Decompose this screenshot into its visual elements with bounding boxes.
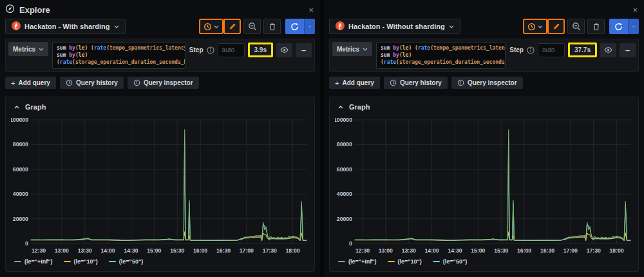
svg-text:13:30: 13:30 xyxy=(402,247,416,254)
clock-icon xyxy=(204,23,212,31)
chevron-down-icon xyxy=(363,48,368,51)
step-input[interactable] xyxy=(218,43,245,57)
add-query-button[interactable]: + Add query xyxy=(329,77,380,89)
close-split-icon[interactable]: × xyxy=(307,6,315,14)
svg-text:0: 0 xyxy=(349,240,352,247)
legend-series-dash xyxy=(109,261,116,262)
legend-item[interactable]: (le="10") xyxy=(388,258,422,265)
clear-all-button[interactable] xyxy=(263,19,281,34)
legend-series-label: (le="10") xyxy=(398,258,422,265)
svg-text:80000: 80000 xyxy=(13,141,28,148)
datasource-picker[interactable]: Hackaton - Without sharding xyxy=(329,19,460,34)
metrics-dropdown[interactable]: Metrics xyxy=(332,42,372,56)
promql-query-input[interactable]: sum by(le) (rate(tempo_spanmetrics_laten… xyxy=(376,42,506,69)
explore-split-view: Explore × Hackaton - With sharding xyxy=(0,0,644,277)
query-inspector-button[interactable]: Query inspector xyxy=(128,77,199,89)
svg-text:17:00: 17:00 xyxy=(240,247,254,254)
svg-text:16:30: 16:30 xyxy=(540,247,554,254)
datasource-name: Hackaton - Without sharding xyxy=(348,23,445,30)
run-query-options-button[interactable] xyxy=(628,19,639,34)
svg-text:13:30: 13:30 xyxy=(78,247,92,254)
svg-text:20000: 20000 xyxy=(13,215,28,222)
query-inspector-button[interactable]: Query inspector xyxy=(451,77,523,89)
disable-query-button[interactable] xyxy=(600,43,616,57)
run-query-options-button[interactable] xyxy=(304,19,315,34)
toolbar xyxy=(523,19,639,34)
graph-panel-header[interactable]: Graph xyxy=(11,101,309,113)
legend-series-label: (le="+Inf") xyxy=(24,258,53,265)
graph-panel-title: Graph xyxy=(349,103,370,111)
add-query-button[interactable]: + Add query xyxy=(5,77,56,89)
plus-icon: + xyxy=(335,79,339,87)
clock-icon xyxy=(527,23,536,31)
run-query-button[interactable] xyxy=(285,19,304,34)
explore-compass-icon xyxy=(5,4,15,15)
zoom-out-icon xyxy=(572,22,581,31)
legend-item[interactable]: (le="+Inf") xyxy=(14,258,53,265)
zoom-out-button[interactable] xyxy=(243,19,261,34)
annotation-highlight-group xyxy=(199,19,241,34)
query-actions: + Add query Query history Query inspecto… xyxy=(5,77,315,89)
metrics-dropdown-label: Metrics xyxy=(337,46,359,53)
query-history-button[interactable]: Query history xyxy=(60,77,124,89)
edit-time-button[interactable] xyxy=(223,19,241,34)
toolbar xyxy=(199,19,315,34)
info-icon xyxy=(133,79,140,86)
chevron-down-icon xyxy=(308,25,311,28)
edit-time-button[interactable] xyxy=(547,19,565,34)
graph-panel-header[interactable]: Graph xyxy=(335,101,633,113)
graph-canvas[interactable]: 02000040000600008000010000012:3013:0013:… xyxy=(335,115,633,258)
close-split-icon[interactable]: × xyxy=(631,6,639,14)
svg-text:13:00: 13:00 xyxy=(379,247,393,254)
annotation-highlight-group xyxy=(523,19,565,34)
remove-query-button[interactable]: – xyxy=(296,43,312,57)
remove-query-button[interactable]: – xyxy=(620,43,636,57)
step-label: Step xyxy=(509,46,524,53)
svg-text:12:30: 12:30 xyxy=(32,247,46,254)
legend-item[interactable]: (le="50") xyxy=(433,258,467,265)
svg-text:15:30: 15:30 xyxy=(494,247,508,254)
svg-text:40000: 40000 xyxy=(13,191,28,197)
step-label: Step xyxy=(189,46,204,53)
run-query-button[interactable] xyxy=(609,19,628,34)
svg-text:17:30: 17:30 xyxy=(587,247,601,254)
metrics-dropdown-label: Metrics xyxy=(13,46,35,53)
metrics-dropdown[interactable]: Metrics xyxy=(8,42,48,56)
query-history-button[interactable]: Query history xyxy=(384,77,448,89)
svg-text:15:30: 15:30 xyxy=(170,247,184,254)
svg-text:13:00: 13:00 xyxy=(55,247,69,254)
disable-query-button[interactable] xyxy=(276,43,292,57)
chevron-down-icon xyxy=(538,25,543,28)
legend-item[interactable]: (le="10") xyxy=(64,258,98,265)
svg-text:40000: 40000 xyxy=(337,191,352,197)
query-actions: + Add query Query history Query inspecto… xyxy=(329,77,639,89)
graph-panel: Graph 02000040000600008000010000012:3013… xyxy=(329,97,639,272)
promql-query-input[interactable]: sum by(le) (rate(tempo_spanmetrics_laten… xyxy=(52,42,185,69)
step-input[interactable] xyxy=(538,43,565,57)
svg-text:80000: 80000 xyxy=(337,141,352,148)
legend-series-label: (le="10") xyxy=(74,258,98,265)
run-query-split-button xyxy=(285,19,315,34)
legend-item[interactable]: (le="50") xyxy=(109,258,143,265)
clear-all-button[interactable] xyxy=(587,19,605,34)
eye-icon xyxy=(280,46,289,53)
svg-text:15:00: 15:00 xyxy=(147,247,161,254)
graph-canvas[interactable]: 02000040000600008000010000012:3013:0013:… xyxy=(11,115,309,258)
legend-series-dash xyxy=(388,261,395,262)
refresh-icon xyxy=(614,23,623,31)
zoom-out-button[interactable] xyxy=(567,19,585,34)
time-range-picker-button[interactable] xyxy=(199,19,223,34)
query-inspector-label: Query inspector xyxy=(144,79,193,86)
query-editor: Metrics sum by(le) (rate(tempo_spanmetri… xyxy=(5,39,315,72)
time-range-picker-button[interactable] xyxy=(523,19,547,34)
datasource-name: Hackaton - With sharding xyxy=(24,23,110,30)
svg-text:100000: 100000 xyxy=(335,117,352,123)
legend-item[interactable]: (le="+Inf") xyxy=(338,258,377,265)
svg-text:12:30: 12:30 xyxy=(355,247,370,254)
page-title-label: Explore xyxy=(19,5,50,15)
explore-pane-right: × Hackaton - Without sharding xyxy=(324,0,644,277)
svg-text:14:00: 14:00 xyxy=(101,247,115,254)
svg-text:17:00: 17:00 xyxy=(564,247,578,254)
datasource-picker[interactable]: Hackaton - With sharding xyxy=(5,19,126,34)
graph-panel: Graph 02000040000600008000010000012:3013… xyxy=(5,97,315,272)
